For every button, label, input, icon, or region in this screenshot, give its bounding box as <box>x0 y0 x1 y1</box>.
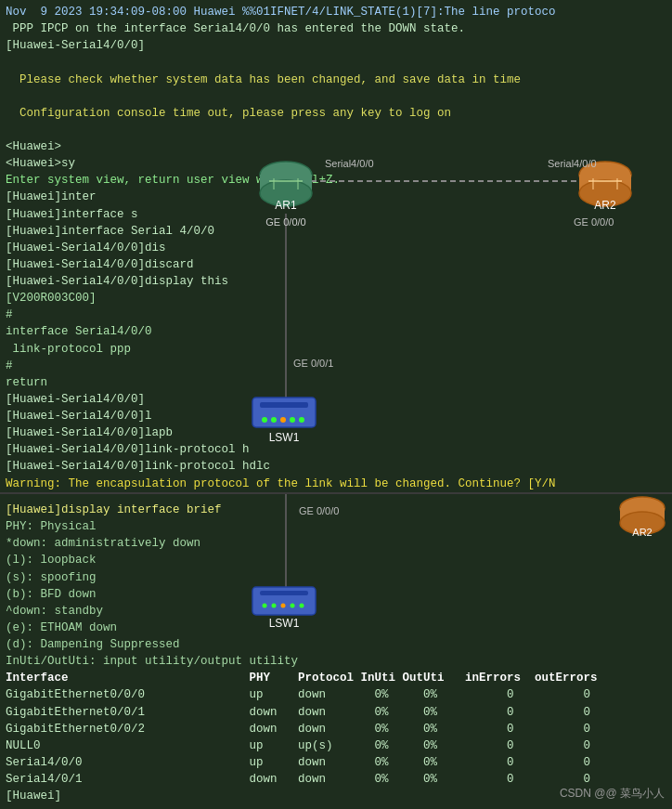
watermark: CSDN @@ 菜鸟小人 <box>560 786 665 802</box>
top-panel: Nov 9 2023 19:34:09-08:00 Huawei %%01IFN… <box>0 0 672 492</box>
main-container: Nov 9 2023 19:34:09-08:00 Huawei %%01IFN… <box>0 0 672 809</box>
terminal-bottom[interactable]: [Huawei]display interface brief PHY: Phy… <box>0 494 672 809</box>
terminal-top[interactable]: Nov 9 2023 19:34:09-08:00 Huawei %%01IFN… <box>0 0 672 492</box>
bottom-panel: GE 0/0/0 AR2 LSW1 [Huawei]display <box>0 492 672 809</box>
